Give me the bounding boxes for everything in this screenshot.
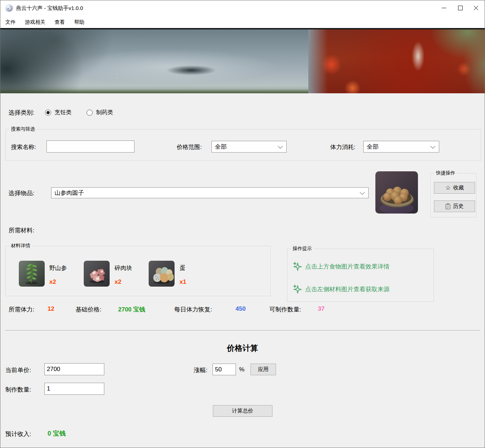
star-icon: ☆ — [445, 185, 451, 191]
sparkles-icon — [293, 262, 302, 271]
maximize-icon — [458, 6, 463, 10]
radio-pharmacy-label: 制药类 — [96, 109, 113, 116]
category-option-pharmacy[interactable]: 制药类 — [87, 109, 113, 116]
material-image-eggs[interactable] — [149, 261, 175, 287]
radio-cooking-label: 烹饪类 — [55, 109, 72, 116]
menu-help[interactable]: 帮助 — [71, 16, 88, 28]
tips-group-title: 操作提示 — [291, 245, 314, 252]
search-name-label: 搜索名称: — [11, 143, 36, 151]
favorite-button[interactable]: ☆ 收藏 — [434, 182, 475, 194]
ginseng-art — [19, 261, 45, 287]
daily-recover-value: 450 — [236, 305, 246, 313]
unit-price-label: 当前单价: — [5, 366, 31, 374]
unit-price-input[interactable] — [44, 363, 104, 375]
tip-text: 点击上方食物图片查看效果详情 — [305, 262, 390, 271]
window-title: 燕云十六声 - 宝钱助手v1.0.0 — [16, 5, 83, 12]
material-image-meat[interactable] — [84, 261, 110, 287]
menu-file[interactable]: 文件 — [5, 16, 19, 28]
material-image-ginseng[interactable] — [19, 261, 45, 287]
craftable-count-value: 37 — [318, 305, 325, 313]
apply-button-label: 应用 — [258, 366, 269, 373]
materials-group: 材料详情 — [5, 246, 271, 296]
item-select-value: 山参肉圆子 — [55, 189, 84, 197]
stamina-required-value: 12 — [48, 305, 54, 313]
category-label: 选择类别: — [9, 109, 34, 117]
income-value: 0 宝钱 — [48, 429, 66, 438]
eggs-art — [149, 261, 175, 287]
tip-line-material: 点击左侧材料图片查看获取来源 — [293, 284, 390, 294]
app-window: 燕云十六声 - 宝钱助手v1.0.0 文件 游戏相关 查看 帮助 选择类别: 烹… — [0, 0, 485, 448]
section-divider — [5, 330, 480, 331]
minimize-icon — [442, 8, 446, 8]
chevron-down-icon — [360, 189, 365, 194]
rate-input[interactable] — [213, 364, 236, 375]
radio-cooking[interactable] — [45, 110, 51, 116]
chevron-down-icon — [278, 143, 283, 148]
banner-figure-art — [308, 29, 485, 93]
material-count: x1 — [180, 278, 186, 286]
history-button[interactable]: 历史 — [434, 200, 475, 212]
daily-recover-label: 每日体力恢复: — [174, 305, 212, 314]
income-label: 预计收入: — [5, 430, 31, 438]
material-count: x2 — [49, 278, 56, 286]
base-price-value: 2700 宝钱 — [118, 305, 145, 314]
material-name: 蛋 — [180, 264, 186, 272]
search-input[interactable] — [46, 140, 134, 153]
close-button[interactable] — [468, 0, 484, 15]
category-row: 选择类别: 烹饪类 制药类 — [9, 107, 113, 118]
item-select[interactable]: 山参肉圆子 — [51, 187, 369, 198]
favorite-button-label: 收藏 — [453, 184, 464, 191]
chevron-down-icon — [430, 143, 435, 148]
menu-bar: 文件 游戏相关 查看 帮助 — [0, 16, 485, 28]
price-calc-title: 价格计算 — [0, 343, 485, 354]
stamina-cost-select[interactable]: 全部 — [363, 141, 439, 153]
meatball-bowl-art — [375, 171, 418, 214]
tip-text: 点击左侧材料图片查看获取来源 — [305, 285, 390, 293]
banner-image — [0, 28, 485, 93]
base-price-label: 基础价格: — [76, 305, 101, 314]
maximize-button[interactable] — [452, 0, 468, 15]
stamina-required-label: 所需体力: — [9, 305, 34, 314]
materials-group-title: 材料详情 — [9, 243, 32, 249]
calc-total-button[interactable]: 计算总价 — [213, 405, 272, 417]
craft-qty-label: 制作数量: — [5, 386, 31, 394]
apply-button[interactable]: 应用 — [250, 364, 276, 375]
craftable-count-label: 可制作数量: — [269, 305, 301, 314]
minimize-button[interactable] — [436, 0, 452, 15]
menu-game[interactable]: 游戏相关 — [22, 16, 49, 28]
history-button-label: 历史 — [453, 203, 464, 210]
material-name: 碎肉块 — [115, 264, 132, 272]
food-item-image[interactable] — [375, 171, 418, 214]
materials-section-label: 所需材料: — [9, 226, 34, 234]
material-count: x2 — [115, 278, 121, 286]
rate-label: 涨幅: — [194, 366, 208, 374]
percent-sign: % — [239, 366, 244, 373]
tip-line-food: 点击上方食物图片查看效果详情 — [293, 262, 390, 271]
price-range-label: 价格范围: — [177, 143, 202, 151]
close-icon — [473, 5, 479, 11]
sparkles-icon — [293, 284, 302, 294]
calc-total-button-label: 计算总价 — [232, 408, 253, 414]
app-icon — [5, 4, 13, 12]
price-range-value: 全部 — [215, 143, 227, 151]
stamina-cost-value: 全部 — [367, 143, 379, 151]
item-select-label: 选择物品: — [9, 189, 34, 197]
material-name: 野山参 — [49, 264, 67, 272]
radio-pharmacy[interactable] — [87, 110, 93, 116]
clipboard-icon — [445, 203, 451, 210]
category-option-cooking[interactable]: 烹饪类 — [45, 109, 72, 116]
title-bar: 燕云十六声 - 宝钱助手v1.0.0 — [0, 0, 485, 16]
quick-actions-title: 快捷操作 — [434, 170, 457, 176]
price-range-select[interactable]: 全部 — [211, 141, 287, 153]
search-filter-group-title: 搜索与筛选 — [9, 126, 37, 132]
banner-landscape-art — [0, 29, 308, 93]
craft-qty-input[interactable] — [44, 383, 104, 395]
stamina-cost-label: 体力消耗: — [330, 143, 356, 151]
tips-group: 操作提示 — [287, 249, 434, 302]
menu-view[interactable]: 查看 — [51, 16, 68, 28]
meat-chunks-art — [84, 261, 110, 287]
